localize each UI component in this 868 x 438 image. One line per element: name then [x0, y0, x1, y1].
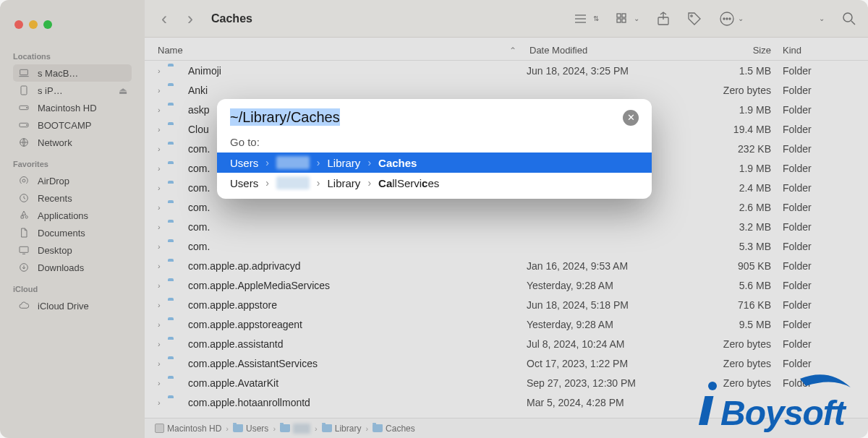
goto-path-input[interactable]: ~/Library/Caches [230, 109, 623, 126]
disclosure-chevron-icon[interactable]: › [158, 223, 168, 231]
folder-icon [373, 424, 383, 432]
eject-icon[interactable]: ⏏ [119, 85, 127, 96]
svg-rect-0 [20, 69, 28, 74]
disclosure-chevron-icon[interactable]: › [158, 281, 168, 290]
file-row[interactable]: › com.apple.AvatarKit Sep 27, 2023, 12:3… [145, 373, 868, 392]
column-kind[interactable]: Kind [783, 45, 855, 56]
sidebar-item-label: s MacB… [38, 68, 78, 79]
file-kind: Folder [783, 377, 855, 389]
clear-input-button[interactable]: ✕ [623, 110, 639, 126]
pathbar-segment[interactable]: xxxx [280, 424, 310, 434]
file-row[interactable]: › com.apple.hotaanrollmontd Mar 5, 2024,… [145, 392, 868, 412]
pathbar-segment[interactable]: Caches [373, 424, 415, 434]
disclosure-chevron-icon[interactable]: › [158, 164, 168, 173]
goto-result-row[interactable]: Users › › Library › Caches [217, 153, 652, 173]
file-row[interactable]: › com.apple.AppleMediaServices Yesterday… [145, 275, 868, 295]
sidebar-item-airdrop[interactable]: AirDrop [13, 172, 132, 189]
file-size: 905 KB [696, 260, 783, 272]
dropdown-button[interactable]: ⌄ [819, 14, 825, 22]
folder-icon [168, 123, 182, 136]
window-controls [0, 6, 145, 43]
disclosure-chevron-icon[interactable]: › [158, 320, 168, 329]
file-row[interactable]: › com.apple.ap.adprivacyd Jan 16, 2024, … [145, 256, 868, 275]
file-size: 19.4 MB [696, 124, 783, 135]
disclosure-chevron-icon[interactable]: › [158, 203, 168, 212]
sidebar-item-documents[interactable]: Documents [13, 224, 132, 241]
view-grid-button[interactable]: ⌄ [616, 13, 639, 25]
folder-icon [322, 424, 332, 432]
disclosure-chevron-icon[interactable]: › [158, 359, 168, 368]
file-row[interactable]: › com.apple.assistantd Jul 8, 2024, 10:2… [145, 334, 868, 353]
sidebar-item-macbook[interactable]: s MacB… [13, 64, 132, 82]
tablet-icon [17, 84, 30, 97]
disclosure-chevron-icon[interactable]: › [158, 106, 168, 114]
file-row[interactable]: › com. 5.3 MB Folder [145, 236, 868, 256]
file-date: Yesterday, 9:28 AM [527, 280, 696, 291]
file-name: com.apple.ap.adprivacyd [188, 260, 527, 272]
disclosure-chevron-icon[interactable]: › [158, 398, 168, 407]
column-size[interactable]: Size [696, 45, 783, 56]
goto-result-row[interactable]: Users › › Library › CallServices [217, 173, 652, 193]
file-size: Zero bytes [696, 85, 783, 96]
sidebar-item-desktop[interactable]: Desktop [13, 241, 132, 259]
view-list-button[interactable]: ⇅ [573, 13, 599, 25]
sidebar-item-macintosh-hd[interactable]: Macintosh HD [13, 99, 132, 116]
sidebar-item-ipad[interactable]: s iP… ⏏ [13, 82, 132, 99]
sidebar-item-applications[interactable]: Applications [13, 207, 132, 224]
disclosure-chevron-icon[interactable]: › [158, 262, 168, 270]
file-size: 2.6 MB [696, 202, 783, 213]
file-size: Zero bytes [696, 358, 783, 369]
sidebar-section-title: iCloud [13, 285, 132, 293]
desktop-icon [17, 244, 30, 257]
sidebar-item-network[interactable]: Network [13, 134, 132, 151]
file-row[interactable]: › Anki Zero bytes Folder [145, 80, 868, 100]
back-button[interactable]: ‹ [156, 9, 172, 29]
disclosure-chevron-icon[interactable]: › [158, 340, 168, 348]
sidebar-item-icloud-drive[interactable]: iCloud Drive [13, 297, 132, 314]
column-name[interactable]: Name [158, 45, 183, 56]
path-bar[interactable]: Macintosh HD›Users›xxxx›Library›Caches [145, 418, 868, 438]
sidebar-item-label: Downloads [38, 262, 84, 273]
file-name: com.apple.assistantd [188, 338, 527, 350]
svg-rect-9 [20, 246, 28, 252]
apps-icon [17, 209, 30, 222]
sidebar-item-bootcamp[interactable]: BOOTCAMP [13, 116, 132, 134]
share-button[interactable] [657, 12, 670, 26]
folder-icon [168, 220, 182, 233]
disclosure-chevron-icon[interactable]: › [158, 145, 168, 153]
column-headers[interactable]: Name⌃ Date Modified Size Kind [145, 38, 868, 61]
folder-icon [168, 357, 182, 370]
search-button[interactable] [842, 12, 856, 26]
disclosure-chevron-icon[interactable]: › [158, 86, 168, 95]
disclosure-chevron-icon[interactable]: › [158, 184, 168, 192]
disclosure-chevron-icon[interactable]: › [158, 242, 168, 251]
file-row[interactable]: › com. 3.2 MB Folder [145, 217, 868, 236]
pathbar-segment[interactable]: Macintosh HD [155, 424, 221, 434]
minimize-window-button[interactable] [29, 20, 38, 29]
sidebar-item-label: Documents [38, 228, 85, 239]
zoom-window-button[interactable] [43, 20, 52, 29]
folder-icon [168, 142, 182, 155]
disclosure-chevron-icon[interactable]: › [158, 125, 168, 134]
tag-button[interactable] [687, 12, 702, 26]
file-row[interactable]: › com.apple.appstore Jun 18, 2024, 5:18 … [145, 295, 868, 314]
disclosure-chevron-icon[interactable]: › [158, 66, 168, 75]
file-row[interactable]: › com.apple.AssistantServices Oct 17, 20… [145, 353, 868, 373]
more-button[interactable]: ⌄ [719, 11, 744, 27]
close-window-button[interactable] [14, 20, 23, 29]
file-kind: Folder [783, 143, 855, 155]
forward-button[interactable]: › [182, 9, 198, 29]
file-row[interactable]: › com. 2.6 MB Folder [145, 197, 868, 217]
disclosure-chevron-icon[interactable]: › [158, 301, 168, 309]
file-row[interactable]: › Animoji Jun 18, 2024, 3:25 PM 1.5 MB F… [145, 61, 868, 80]
sidebar-item-downloads[interactable]: Downloads [13, 259, 132, 276]
file-row[interactable]: › com.apple.appstoreagent Yesterday, 9:2… [145, 314, 868, 334]
pathbar-segment[interactable]: Library [322, 424, 362, 434]
pathbar-label: Macintosh HD [167, 424, 221, 434]
disclosure-chevron-icon[interactable]: › [158, 379, 168, 387]
pathbar-segment[interactable]: Users [233, 424, 268, 434]
file-size: 1.5 MB [696, 65, 783, 77]
sidebar-item-recents[interactable]: Recents [13, 189, 132, 207]
file-kind: Folder [783, 65, 855, 77]
column-date-modified[interactable]: Date Modified [527, 45, 696, 56]
